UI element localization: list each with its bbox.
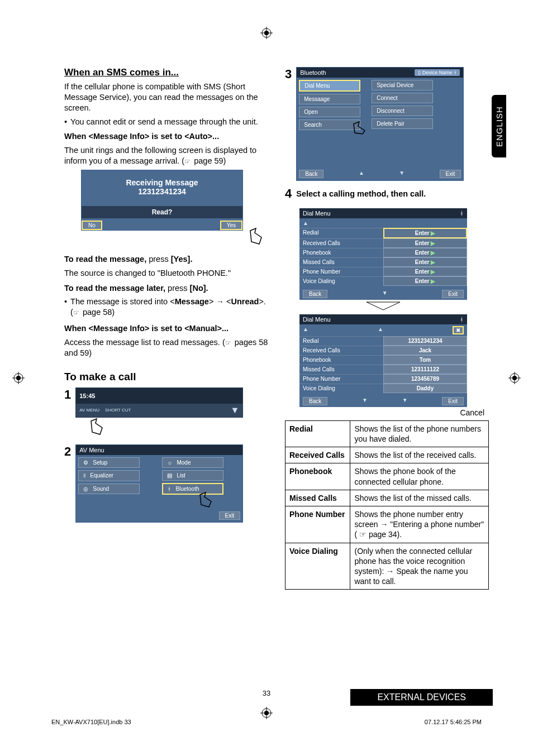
paragraph: The source is changed to "Bluetooth PHON…: [64, 268, 268, 279]
enter-button[interactable]: Enter ▶: [383, 267, 467, 276]
hand-pointer-icon: [246, 227, 268, 246]
no-button[interactable]: No: [82, 221, 102, 230]
value-cell[interactable]: Jack: [383, 346, 467, 355]
list-item[interactable]: Received Calls: [299, 238, 383, 248]
menu-item-delete-pair[interactable]: Delete Pair: [372, 118, 433, 129]
menu-item-dial-menu[interactable]: Dial Menu: [299, 80, 360, 92]
menu-item-open[interactable]: Open: [299, 107, 360, 117]
menu-item-equalizer[interactable]: Equalizer: [78, 470, 140, 481]
value-cell[interactable]: Daddy: [383, 384, 467, 393]
menu-item-disconnect[interactable]: Disconnect: [372, 106, 433, 116]
list-item[interactable]: Phone Number: [299, 267, 383, 276]
registration-mark-icon: [12, 372, 25, 384]
list-item[interactable]: Voice Dialing: [299, 384, 383, 393]
step-number: 1: [64, 387, 71, 402]
enter-button[interactable]: Enter ▶: [383, 248, 467, 257]
value-cell[interactable]: 123456789: [383, 374, 467, 384]
enter-button[interactable]: Enter ▶: [383, 238, 467, 248]
menu-item-sound[interactable]: Sound: [78, 484, 140, 494]
subheading: When <Message Info> is set to <Manual>..…: [64, 323, 268, 334]
chevron-up-icon[interactable]: ▲: [303, 220, 308, 226]
meta-filename: EN_KW-AVX710[EU].indb 33: [51, 719, 131, 725]
back-button[interactable]: Back: [303, 290, 327, 298]
chevron-down-icon[interactable]: ▼: [382, 290, 388, 298]
yes-button[interactable]: Yes: [220, 221, 242, 230]
step-number: 4: [285, 186, 292, 201]
value-cell[interactable]: 123111122: [383, 365, 467, 374]
list-item[interactable]: Received Calls: [299, 346, 383, 355]
menu-item-special-device[interactable]: Special Device: [372, 80, 433, 90]
enter-button[interactable]: Enter ▶: [383, 276, 467, 286]
screen-title: Dial Menu: [303, 316, 331, 323]
menu-item-connect[interactable]: Connect: [372, 93, 433, 103]
chevron-right-icon: ▶: [431, 230, 435, 236]
exit-button[interactable]: Exit: [442, 397, 464, 405]
exit-button[interactable]: Exit: [442, 290, 464, 298]
list-item[interactable]: Phonebook: [299, 355, 383, 365]
paragraph: The unit rings and the following screen …: [64, 145, 268, 166]
reference-icon: [184, 156, 192, 166]
dial-method-table: RedialShows the list of the phone number…: [285, 420, 489, 590]
table-row: Voice Dialing(Only when the connected ce…: [285, 543, 489, 590]
menu-item-setup[interactable]: Setup: [78, 457, 140, 468]
step-number: 2: [64, 444, 71, 459]
ui-time: 15:45: [79, 393, 95, 399]
list-item[interactable]: Voice Dialing: [299, 276, 383, 286]
list-item[interactable]: Redial: [299, 336, 383, 346]
screen-title: AV Menu: [79, 447, 104, 453]
ui-text: Receiving Message: [82, 178, 242, 187]
exit-button[interactable]: Exit: [440, 170, 461, 178]
menu-item-message[interactable]: Messaage: [299, 94, 360, 104]
cancel-label: Cancel: [285, 408, 489, 417]
reference-icon: [225, 337, 232, 348]
chevron-down-icon[interactable]: ▼: [230, 405, 239, 415]
hand-pointer-icon: [87, 418, 109, 437]
chevron-up-icon[interactable]: ▲: [303, 326, 308, 334]
step-4-heading: 4 Select a calling method, then call.: [285, 186, 489, 203]
list-item[interactable]: Redial: [299, 228, 383, 238]
device-name-badge: ▯Device Name ᚼ: [415, 69, 460, 76]
chevron-down-icon[interactable]: ▼: [362, 397, 368, 405]
list-item[interactable]: Phone Number: [299, 374, 383, 384]
close-button[interactable]: ✖: [453, 326, 464, 334]
chevron-down-icon[interactable]: ▼: [402, 397, 408, 405]
shortcut-button[interactable]: SHORT CUT: [105, 408, 131, 413]
section-bar: EXTERNAL DEVICES: [350, 689, 493, 706]
back-button[interactable]: Back: [303, 397, 327, 405]
menu-item-list[interactable]: List: [162, 470, 223, 481]
figure-step-2: 2 AV Menu Setup Equalizer Sound: [64, 444, 268, 523]
figure-step-3: 3 Bluetooth ▯Device Name ᚼ Dial Menu Mes…: [285, 67, 489, 181]
arrow-right-icon: →: [216, 297, 224, 306]
table-row: PhonebookShows the phone book of the con…: [285, 463, 489, 490]
list-item[interactable]: Missed Calls: [299, 257, 383, 267]
av-menu-button[interactable]: AV MENU: [79, 408, 99, 413]
table-row: RedialShows the list of the phone number…: [285, 420, 489, 447]
value-cell[interactable]: Tom: [383, 355, 467, 365]
paragraph: Access the message list to read messages…: [64, 337, 268, 358]
subheading: When <Message Info> is set to <Auto>...: [64, 131, 268, 142]
registration-mark-icon: [508, 372, 521, 384]
enter-button[interactable]: Enter ▶: [383, 228, 467, 238]
enter-button[interactable]: Enter ▶: [383, 257, 467, 267]
exit-button[interactable]: Exit: [219, 511, 241, 520]
heading-make-call: To make a call: [64, 371, 268, 383]
chevron-up-icon[interactable]: ▲: [378, 326, 383, 334]
paragraph: To read the message, press [Yes].: [64, 254, 268, 265]
menu-item-search[interactable]: Search: [299, 119, 360, 130]
back-button[interactable]: Back: [299, 170, 323, 178]
bluetooth-icon: ᚼ: [460, 210, 464, 217]
table-row: Missed CallsShows the list of the missed…: [285, 490, 489, 506]
figure-receiving-message: Receiving Message 12312341234 Read? No Y…: [64, 170, 268, 248]
chevron-up-icon[interactable]: ▲: [359, 170, 364, 178]
chevron-down-icon[interactable]: ▼: [399, 170, 404, 178]
menu-item-mode[interactable]: Mode: [162, 457, 223, 468]
figure-dial-menu-enter: Dial Menuᚼ ▲ RedialEnter ▶ Received Call…: [299, 208, 467, 300]
list-item[interactable]: Phonebook: [299, 248, 383, 257]
hand-pointer-icon: [196, 491, 218, 508]
value-cell[interactable]: 12312341234: [383, 336, 467, 346]
ui-text: 12312341234: [82, 187, 242, 196]
list-item[interactable]: Missed Calls: [299, 365, 383, 374]
table-row: Phone Number Shows the phone number entr…: [285, 506, 489, 543]
registration-mark-icon: [260, 27, 273, 39]
language-tab: ENGLISH: [492, 95, 506, 157]
